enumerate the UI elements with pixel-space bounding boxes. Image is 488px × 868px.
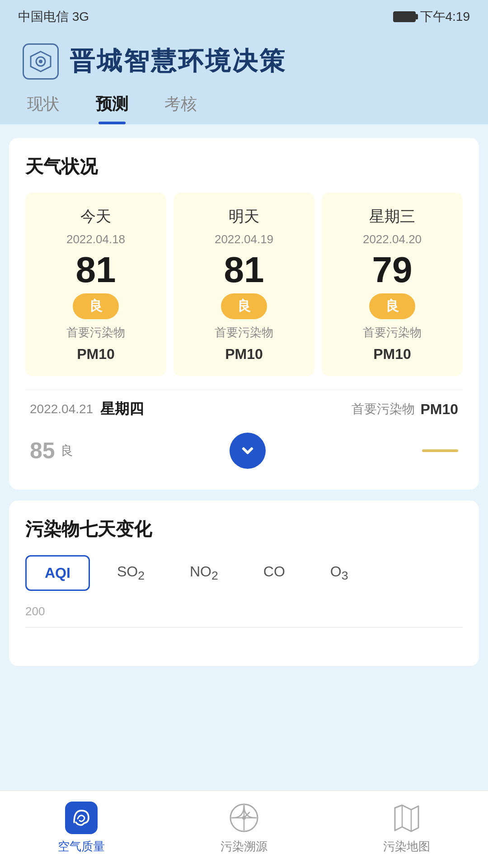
pollution-map-icon	[390, 802, 423, 834]
day3-pollutant: PM10	[373, 346, 411, 363]
poll-tab-co[interactable]: CO	[245, 555, 303, 591]
exp-pollutant-val: PM10	[420, 401, 458, 418]
nav-item-pollution-source[interactable]: 污染溯源	[221, 802, 267, 854]
svg-point-2	[39, 60, 42, 63]
status-right: 下午4:19	[393, 8, 470, 25]
tabs-bar: 现状 预测 考核	[0, 89, 488, 124]
main-content: 天气状况 今天 2022.04.18 81 良 首要污染物 PM10 明天 20…	[0, 124, 488, 790]
weather-card-title: 天气状况	[25, 154, 463, 179]
exp-line-decoration	[422, 449, 458, 452]
nav-item-air-quality[interactable]: 空气质量	[58, 802, 105, 854]
expanded-row: 2022.04.21 星期四 首要污染物 PM10	[25, 390, 463, 428]
chart-y-label: 200	[25, 604, 45, 618]
app-title: 晋城智慧环境决策	[70, 44, 286, 79]
battery-icon	[393, 11, 416, 22]
day2-pollutant-label: 首要污染物	[215, 325, 273, 340]
day1-pollutant: PM10	[77, 346, 115, 363]
chart-area: 200	[25, 604, 463, 650]
tab-current[interactable]: 现状	[27, 93, 60, 124]
expand-button[interactable]	[230, 433, 266, 469]
exp-day: 星期四	[100, 399, 352, 419]
exp-quality: 良	[61, 442, 73, 459]
nav-label-pollution-map: 污染地图	[383, 839, 430, 854]
exp-pollutant-label: 首要污染物	[352, 401, 415, 418]
day2-date: 2022.04.19	[215, 232, 273, 246]
pollution-card-title: 污染物七天变化	[25, 517, 463, 542]
weather-day-1: 今天 2022.04.18 81 良 首要污染物 PM10	[25, 193, 166, 376]
day1-name: 今天	[80, 206, 111, 227]
header: 晋城智慧环境决策	[0, 30, 488, 89]
day3-date: 2022.04.20	[363, 232, 422, 246]
pollution-tabs: AQI SO2 NO2 CO O3	[25, 555, 463, 591]
day1-aqi: 81	[76, 252, 116, 288]
svg-marker-7	[395, 805, 418, 831]
tab-assessment[interactable]: 考核	[164, 93, 197, 124]
pollution-source-icon	[228, 802, 260, 834]
bottom-nav: 空气质量 污染溯源 污染地图	[0, 790, 488, 868]
poll-tab-so2[interactable]: SO2	[99, 555, 163, 591]
exp-aqi: 85	[30, 438, 55, 464]
time-text: 下午4:19	[420, 8, 470, 25]
day1-quality: 良	[73, 293, 119, 319]
app-icon	[23, 43, 59, 80]
air-quality-icon	[65, 802, 98, 834]
poll-tab-aqi[interactable]: AQI	[25, 555, 90, 591]
day3-aqi: 79	[372, 252, 413, 288]
day1-pollutant-label: 首要污染物	[66, 325, 125, 340]
weather-grid: 今天 2022.04.18 81 良 首要污染物 PM10 明天 2022.04…	[25, 193, 463, 376]
chart-line	[25, 627, 463, 627]
nav-label-pollution-source: 污染溯源	[221, 839, 267, 854]
tab-forecast[interactable]: 预测	[96, 93, 128, 124]
day1-date: 2022.04.18	[66, 232, 125, 246]
day2-aqi: 81	[224, 252, 264, 288]
status-bar: 中国电信 3G 下午4:19	[0, 0, 488, 30]
exp-date: 2022.04.21	[30, 402, 93, 416]
carrier-text: 中国电信 3G	[18, 8, 89, 25]
poll-tab-no2[interactable]: NO2	[172, 555, 236, 591]
weather-day-2: 明天 2022.04.19 81 良 首要污染物 PM10	[174, 193, 314, 376]
day2-quality: 良	[221, 293, 267, 319]
day2-name: 明天	[229, 206, 259, 227]
weather-day-3: 星期三 2022.04.20 79 良 首要污染物 PM10	[322, 193, 463, 376]
day3-pollutant-label: 首要污染物	[363, 325, 422, 340]
day3-quality: 良	[369, 293, 415, 319]
nav-label-air-quality: 空气质量	[58, 839, 105, 854]
poll-tab-o3[interactable]: O3	[312, 555, 366, 591]
expanded-row-2: 85 良	[25, 428, 463, 473]
day3-name: 星期三	[369, 206, 415, 227]
pollution-card: 污染物七天变化 AQI SO2 NO2 CO O3 200	[9, 500, 479, 666]
weather-card: 天气状况 今天 2022.04.18 81 良 首要污染物 PM10 明天 20…	[9, 138, 479, 490]
chevron-down-icon	[239, 443, 256, 459]
day2-pollutant: PM10	[225, 346, 263, 363]
svg-point-6	[242, 816, 246, 820]
nav-item-pollution-map[interactable]: 污染地图	[383, 802, 430, 854]
